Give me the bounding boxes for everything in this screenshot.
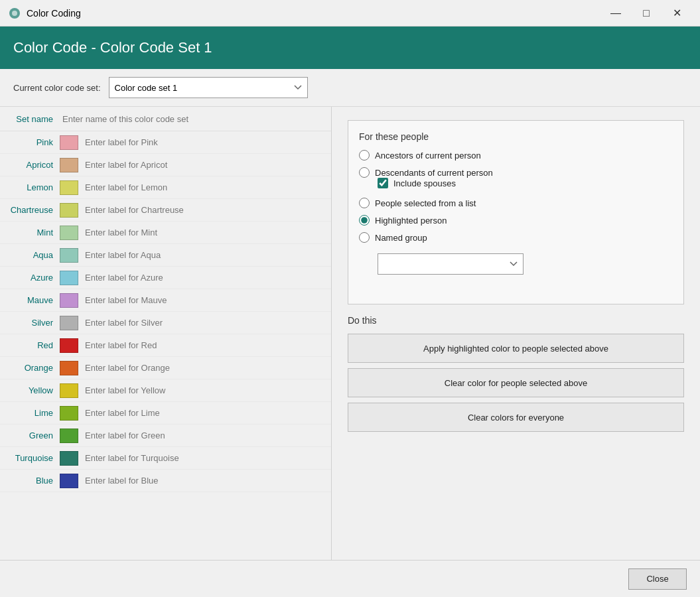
color-row: Chartreuse bbox=[0, 199, 331, 222]
set-name-input[interactable] bbox=[60, 111, 326, 127]
color-swatch[interactable] bbox=[60, 429, 78, 443]
color-label-input[interactable] bbox=[82, 157, 326, 173]
color-row: Azure bbox=[0, 267, 331, 289]
color-swatch[interactable] bbox=[60, 474, 78, 488]
color-row: Yellow bbox=[0, 379, 331, 402]
radio-ancestors[interactable] bbox=[359, 150, 370, 161]
color-label-input[interactable] bbox=[82, 202, 326, 218]
do-this-section: Do this Apply highlighted color to peopl… bbox=[348, 315, 684, 432]
color-swatch[interactable] bbox=[60, 158, 78, 172]
radio-row-named[interactable]: Named group bbox=[359, 232, 673, 243]
color-label-input[interactable] bbox=[82, 315, 326, 331]
color-label-input[interactable] bbox=[82, 405, 326, 421]
named-group-select[interactable] bbox=[378, 253, 524, 275]
color-swatch[interactable] bbox=[60, 293, 78, 308]
color-row: Aqua bbox=[0, 244, 331, 267]
app-icon bbox=[8, 7, 21, 20]
color-label-input[interactable] bbox=[82, 270, 326, 286]
color-row: Lime bbox=[0, 402, 331, 425]
close-button[interactable]: Close bbox=[628, 568, 687, 590]
color-swatch[interactable] bbox=[60, 361, 78, 375]
radio-highlighted[interactable] bbox=[359, 215, 370, 226]
radio-row-ancestors[interactable]: Ancestors of current person bbox=[359, 150, 673, 161]
title-bar-buttons: — □ ✕ bbox=[600, 3, 692, 24]
do-this-label: Do this bbox=[348, 315, 684, 326]
color-label-input[interactable] bbox=[82, 338, 326, 354]
for-people-title: For these people bbox=[359, 131, 673, 142]
color-name-label: Blue bbox=[0, 476, 60, 486]
color-list-scroll[interactable]: Set name PinkApricotLemonChartreuseMintA… bbox=[0, 107, 331, 560]
include-spouses-row[interactable]: Include spouses bbox=[378, 178, 673, 188]
color-label-input[interactable] bbox=[82, 247, 326, 263]
color-row: Green bbox=[0, 425, 331, 447]
radio-highlighted-label: Highlighted person bbox=[375, 216, 447, 226]
minimize-button[interactable]: — bbox=[600, 3, 631, 24]
radio-list-label: People selected from a list bbox=[375, 198, 476, 208]
toolbar-label: Current color code set: bbox=[13, 83, 101, 93]
color-code-set-select[interactable]: Color code set 1 Color code set 2 Color … bbox=[109, 77, 308, 98]
color-swatch[interactable] bbox=[60, 135, 78, 150]
color-swatch[interactable] bbox=[60, 316, 78, 330]
descendants-group: Descendants of current person Include sp… bbox=[359, 167, 673, 191]
color-swatch[interactable] bbox=[60, 383, 78, 398]
color-label-input[interactable] bbox=[82, 383, 326, 399]
color-label-input[interactable] bbox=[82, 473, 326, 489]
color-name-label: Silver bbox=[0, 318, 60, 328]
color-name-label: Pink bbox=[0, 137, 60, 147]
radio-descendants-label: Descendants of current person bbox=[375, 168, 493, 178]
for-people-box: For these people Ancestors of current pe… bbox=[348, 120, 684, 304]
clear-selected-button[interactable]: Clear color for people selected above bbox=[348, 368, 684, 397]
people-radio-group: Ancestors of current person Descendants … bbox=[359, 150, 673, 285]
footer: Close bbox=[0, 560, 700, 597]
radio-descendants[interactable] bbox=[359, 167, 370, 178]
color-row: Turquoise bbox=[0, 447, 331, 470]
radio-list[interactable] bbox=[359, 198, 370, 208]
toolbar-row: Current color code set: Color code set 1… bbox=[0, 69, 700, 107]
color-label-input[interactable] bbox=[82, 225, 326, 241]
color-row: Mint bbox=[0, 222, 331, 244]
color-swatch[interactable] bbox=[60, 451, 78, 466]
color-row: Pink bbox=[0, 131, 331, 154]
color-name-label: Azure bbox=[0, 273, 60, 283]
color-rows-container: PinkApricotLemonChartreuseMintAquaAzureM… bbox=[0, 131, 331, 492]
color-swatch[interactable] bbox=[60, 338, 78, 353]
color-swatch[interactable] bbox=[60, 406, 78, 421]
color-label-input[interactable] bbox=[82, 428, 326, 444]
color-row: Orange bbox=[0, 357, 331, 379]
color-label-input[interactable] bbox=[82, 135, 326, 151]
main-content: Set name PinkApricotLemonChartreuseMintA… bbox=[0, 107, 700, 560]
color-label-input[interactable] bbox=[82, 293, 326, 308]
maximize-button[interactable]: □ bbox=[631, 3, 662, 24]
radio-row-list[interactable]: People selected from a list bbox=[359, 198, 673, 208]
color-label-input[interactable] bbox=[82, 450, 326, 466]
apply-color-button[interactable]: Apply highlighted color to people select… bbox=[348, 334, 684, 363]
color-row: Apricot bbox=[0, 154, 331, 176]
color-swatch[interactable] bbox=[60, 203, 78, 218]
radio-named[interactable] bbox=[359, 232, 370, 243]
color-label-input[interactable] bbox=[82, 360, 326, 376]
color-name-label: Red bbox=[0, 340, 60, 350]
named-group-dropdown bbox=[378, 253, 673, 275]
color-row: Lemon bbox=[0, 176, 331, 199]
radio-row-highlighted[interactable]: Highlighted person bbox=[359, 215, 673, 226]
color-label-input[interactable] bbox=[82, 180, 326, 196]
color-swatch[interactable] bbox=[60, 180, 78, 195]
color-row: Red bbox=[0, 334, 331, 357]
left-panel: Set name PinkApricotLemonChartreuseMintA… bbox=[0, 107, 332, 560]
color-row: Blue bbox=[0, 470, 331, 492]
color-row: Silver bbox=[0, 312, 331, 334]
clear-all-button[interactable]: Clear colors for everyone bbox=[348, 403, 684, 432]
color-name-label: Yellow bbox=[0, 385, 60, 395]
window-close-button[interactable]: ✕ bbox=[662, 3, 692, 24]
color-name-label: Mauve bbox=[0, 295, 60, 305]
color-name-label: Turquoise bbox=[0, 453, 60, 463]
radio-row-descendants[interactable]: Descendants of current person bbox=[359, 167, 673, 178]
color-name-label: Apricot bbox=[0, 160, 60, 170]
header-title: Color Code - Color Code Set 1 bbox=[13, 39, 212, 56]
right-panel: For these people Ancestors of current pe… bbox=[332, 107, 700, 560]
title-bar: Color Coding — □ ✕ bbox=[0, 0, 700, 27]
include-spouses-checkbox[interactable] bbox=[378, 178, 388, 188]
color-swatch[interactable] bbox=[60, 271, 78, 285]
color-swatch[interactable] bbox=[60, 248, 78, 263]
color-swatch[interactable] bbox=[60, 226, 78, 240]
